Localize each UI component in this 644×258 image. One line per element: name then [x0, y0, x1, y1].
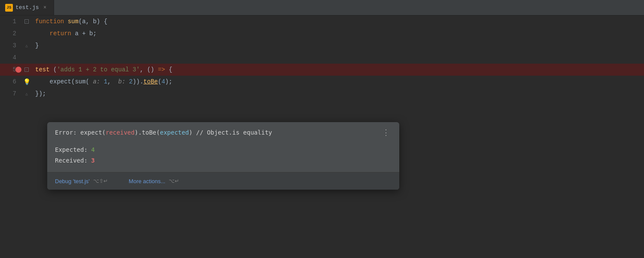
line-number-1: 1 [0, 18, 21, 25]
fold-indicator-5[interactable]: − [24, 68, 29, 72]
fold-indicator-7[interactable]: △ [24, 92, 29, 96]
line-gutter-3[interactable]: △ [21, 43, 32, 48]
code-line-6: 6 💡 expect(sum( a: 1, b: 2)).toBe(4); [0, 76, 644, 88]
lightbulb-icon[interactable]: 💡 [23, 78, 30, 86]
popup-expected-row: Expected: 4 [55, 144, 392, 155]
code-line-7: 7 △ }); [0, 88, 644, 100]
more-actions-label: More actions... [129, 178, 165, 184]
line-number-3: 3 [0, 42, 21, 49]
code-line-3: 3 △ } [0, 40, 644, 52]
code-line-4: 4 [0, 52, 644, 64]
line-gutter-5[interactable]: − [21, 68, 32, 72]
fold-indicator-1[interactable]: − [24, 19, 29, 24]
received-label: Received: [55, 157, 91, 164]
line-gutter-7[interactable]: △ [21, 92, 32, 96]
popup-footer-separator [118, 177, 118, 185]
received-value: 3 [91, 157, 94, 164]
keyword-function: function [35, 18, 68, 25]
expected-value: 4 [91, 146, 94, 153]
fold-indicator-3[interactable]: △ [24, 43, 29, 48]
debug-action-label: Debug 'test.js' [55, 178, 90, 184]
tab-testjs[interactable]: JS test.js × [0, 0, 54, 15]
popup-error-text: Error: expect(received).toBe(expected) /… [55, 129, 272, 136]
tab-js-icon: JS [5, 4, 13, 12]
tab-bar: JS test.js × [0, 0, 644, 15]
more-actions-shortcut: ⌥↵ [169, 178, 179, 184]
tab-close-button[interactable]: × [42, 4, 49, 11]
line-number-7: 7 [0, 90, 21, 97]
line-gutter-6: 💡 [21, 78, 32, 86]
line-content-3: } [32, 42, 39, 49]
popup-details: Expected: 4 Received: 3 [55, 144, 392, 166]
expected-label: Expected: [55, 146, 91, 153]
line-number-4: 4 [0, 54, 21, 61]
debug-action-shortcut: ⌥⇧↵ [93, 178, 108, 184]
tab-filename: test.js [15, 4, 39, 11]
popup-main: Error: expect(received).toBe(expected) /… [47, 122, 399, 172]
popup-received-row: Received: 3 [55, 155, 392, 166]
code-line-5: 5 − test ('adds 1 + 2 to equal 3', () =>… [0, 64, 644, 76]
code-line-2: 2 return a + b; [0, 28, 644, 40]
fn-sum: sum [68, 18, 79, 25]
popup-footer: Debug 'test.js' ⌥⇧↵ More actions... ⌥↵ [47, 172, 399, 190]
editor: 1 − function sum(a, b) { 2 return a + b;… [0, 15, 644, 258]
debug-action-button[interactable]: Debug 'test.js' ⌥⇧↵ [55, 178, 108, 184]
more-actions-button[interactable]: More actions... ⌥↵ [129, 178, 179, 184]
line-content-5: test ('adds 1 + 2 to equal 3', () => { [32, 66, 172, 73]
line-content-7: }); [32, 90, 46, 97]
line-content-1: function sum(a, b) { [32, 18, 107, 25]
line-number-6: 6 [0, 78, 21, 85]
popup-header: Error: expect(received).toBe(expected) /… [55, 129, 392, 137]
line-number-2: 2 [0, 30, 21, 37]
error-popup: Error: expect(received).toBe(expected) /… [47, 122, 399, 190]
line-content-2: return a + b; [32, 30, 97, 37]
popup-menu-button[interactable]: ⋮ [380, 129, 392, 137]
line-content-6: expect(sum( a: 1, b: 2)).toBe(4); [32, 78, 172, 85]
code-line-1: 1 − function sum(a, b) { [0, 15, 644, 28]
breakpoint-dot [15, 67, 21, 73]
line-gutter-1[interactable]: − [21, 19, 32, 24]
